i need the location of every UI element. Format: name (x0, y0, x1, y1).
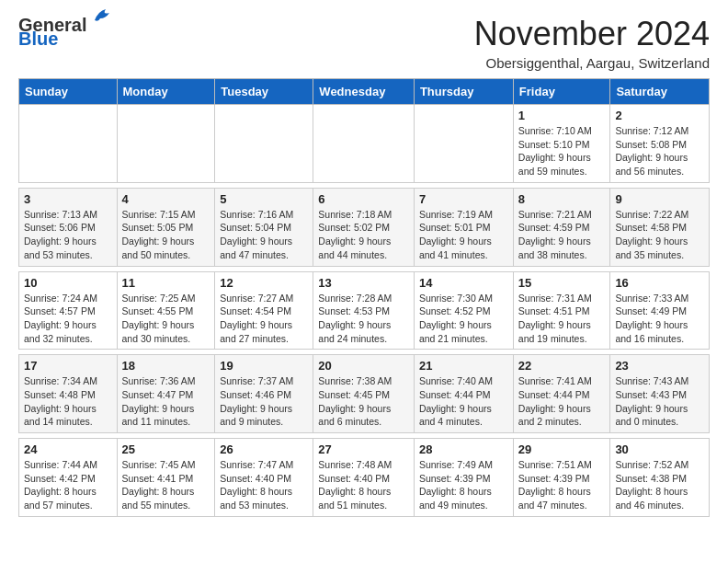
day-info: Sunrise: 7:27 AM Sunset: 4:54 PM Dayligh… (220, 292, 308, 346)
col-header-thursday: Thursday (414, 79, 513, 105)
calendar: SundayMondayTuesdayWednesdayThursdayFrid… (18, 78, 710, 517)
day-number: 18 (122, 359, 210, 373)
day-cell (414, 105, 513, 183)
day-info: Sunrise: 7:18 AM Sunset: 5:02 PM Dayligh… (318, 208, 409, 262)
week-row-1: 1Sunrise: 7:10 AM Sunset: 5:10 PM Daylig… (19, 105, 710, 183)
day-cell: 21Sunrise: 7:40 AM Sunset: 4:44 PM Dayli… (414, 355, 513, 433)
day-info: Sunrise: 7:36 AM Sunset: 4:47 PM Dayligh… (122, 374, 210, 429)
day-number: 14 (419, 276, 508, 290)
day-cell: 29Sunrise: 7:51 AM Sunset: 4:39 PM Dayli… (513, 439, 610, 517)
day-cell (117, 105, 215, 183)
day-number: 15 (518, 276, 606, 290)
day-cell: 23Sunrise: 7:43 AM Sunset: 4:43 PM Dayli… (610, 355, 710, 433)
day-info: Sunrise: 7:51 AM Sunset: 4:39 PM Dayligh… (518, 458, 606, 512)
day-info: Sunrise: 7:25 AM Sunset: 4:55 PM Dayligh… (122, 292, 210, 346)
title-block: November 2024 Obersiggenthal, Aargau, Sw… (474, 15, 710, 71)
day-number: 7 (419, 192, 508, 206)
day-cell: 12Sunrise: 7:27 AM Sunset: 4:54 PM Dayli… (215, 271, 313, 350)
day-number: 17 (24, 359, 112, 373)
day-cell: 6Sunrise: 7:18 AM Sunset: 5:02 PM Daylig… (313, 188, 415, 266)
day-cell: 1Sunrise: 7:10 AM Sunset: 5:10 PM Daylig… (513, 105, 610, 183)
day-info: Sunrise: 7:45 AM Sunset: 4:41 PM Dayligh… (122, 458, 210, 512)
day-cell: 16Sunrise: 7:33 AM Sunset: 4:49 PM Dayli… (610, 271, 710, 350)
day-cell: 8Sunrise: 7:21 AM Sunset: 4:59 PM Daylig… (513, 188, 610, 266)
day-info: Sunrise: 7:31 AM Sunset: 4:51 PM Dayligh… (518, 292, 606, 346)
day-cell: 25Sunrise: 7:45 AM Sunset: 4:41 PM Dayli… (117, 439, 215, 517)
col-header-tuesday: Tuesday (215, 79, 313, 105)
day-cell: 30Sunrise: 7:52 AM Sunset: 4:38 PM Dayli… (610, 439, 710, 517)
day-cell: 7Sunrise: 7:19 AM Sunset: 5:01 PM Daylig… (414, 188, 513, 266)
day-cell: 11Sunrise: 7:25 AM Sunset: 4:55 PM Dayli… (117, 271, 215, 350)
day-info: Sunrise: 7:44 AM Sunset: 4:42 PM Dayligh… (24, 458, 112, 512)
col-header-wednesday: Wednesday (313, 79, 415, 105)
day-info: Sunrise: 7:33 AM Sunset: 4:49 PM Dayligh… (615, 292, 704, 346)
day-cell: 20Sunrise: 7:38 AM Sunset: 4:45 PM Dayli… (313, 355, 415, 433)
day-number: 25 (122, 442, 210, 456)
day-cell: 17Sunrise: 7:34 AM Sunset: 4:48 PM Dayli… (19, 355, 118, 433)
day-info: Sunrise: 7:41 AM Sunset: 4:44 PM Dayligh… (518, 374, 606, 429)
week-row-2: 3Sunrise: 7:13 AM Sunset: 5:06 PM Daylig… (19, 188, 710, 266)
day-cell: 18Sunrise: 7:36 AM Sunset: 4:47 PM Dayli… (117, 355, 215, 433)
day-cell: 26Sunrise: 7:47 AM Sunset: 4:40 PM Dayli… (215, 439, 313, 517)
day-number: 30 (615, 442, 704, 456)
day-number: 22 (518, 359, 606, 373)
day-info: Sunrise: 7:16 AM Sunset: 5:04 PM Dayligh… (220, 208, 308, 262)
day-cell: 22Sunrise: 7:41 AM Sunset: 4:44 PM Dayli… (513, 355, 610, 433)
day-cell (19, 105, 118, 183)
day-cell: 28Sunrise: 7:49 AM Sunset: 4:39 PM Dayli… (414, 439, 513, 517)
day-cell: 13Sunrise: 7:28 AM Sunset: 4:53 PM Dayli… (313, 271, 415, 350)
day-number: 10 (24, 276, 112, 290)
day-number: 8 (518, 192, 606, 206)
day-info: Sunrise: 7:24 AM Sunset: 4:57 PM Dayligh… (24, 292, 112, 346)
day-number: 28 (419, 442, 508, 456)
logo-general-text: General (18, 15, 86, 35)
col-header-sunday: Sunday (19, 79, 118, 105)
day-info: Sunrise: 7:48 AM Sunset: 4:40 PM Dayligh… (318, 458, 409, 512)
day-info: Sunrise: 7:34 AM Sunset: 4:48 PM Dayligh… (24, 374, 112, 429)
month-title: November 2024 (474, 15, 710, 53)
day-number: 1 (518, 109, 606, 122)
day-number: 19 (220, 359, 308, 373)
day-info: Sunrise: 7:19 AM Sunset: 5:01 PM Dayligh… (419, 208, 508, 262)
day-info: Sunrise: 7:22 AM Sunset: 4:58 PM Dayligh… (615, 208, 704, 262)
day-number: 4 (122, 192, 210, 206)
day-number: 3 (24, 192, 112, 206)
day-number: 16 (615, 276, 704, 290)
day-cell: 5Sunrise: 7:16 AM Sunset: 5:04 PM Daylig… (215, 188, 313, 266)
day-cell: 15Sunrise: 7:31 AM Sunset: 4:51 PM Dayli… (513, 271, 610, 350)
day-number: 13 (318, 276, 409, 290)
day-info: Sunrise: 7:52 AM Sunset: 4:38 PM Dayligh… (615, 458, 704, 512)
header: General Blue November 2024 Obersiggentha… (18, 15, 710, 71)
day-cell: 19Sunrise: 7:37 AM Sunset: 4:46 PM Dayli… (215, 355, 313, 433)
day-number: 9 (615, 192, 704, 206)
day-info: Sunrise: 7:28 AM Sunset: 4:53 PM Dayligh… (318, 292, 409, 346)
day-info: Sunrise: 7:38 AM Sunset: 4:45 PM Dayligh… (318, 374, 409, 429)
day-info: Sunrise: 7:12 AM Sunset: 5:08 PM Dayligh… (615, 124, 704, 178)
day-info: Sunrise: 7:47 AM Sunset: 4:40 PM Dayligh… (220, 458, 308, 512)
day-info: Sunrise: 7:15 AM Sunset: 5:05 PM Dayligh… (122, 208, 210, 262)
day-number: 20 (318, 359, 409, 373)
day-number: 5 (220, 192, 308, 206)
col-header-saturday: Saturday (610, 79, 710, 105)
day-info: Sunrise: 7:43 AM Sunset: 4:43 PM Dayligh… (615, 374, 704, 429)
day-cell: 4Sunrise: 7:15 AM Sunset: 5:05 PM Daylig… (117, 188, 215, 266)
week-row-4: 17Sunrise: 7:34 AM Sunset: 4:48 PM Dayli… (19, 355, 710, 433)
logo-bird-icon (93, 7, 113, 24)
logo: General Blue (18, 15, 111, 50)
day-info: Sunrise: 7:13 AM Sunset: 5:06 PM Dayligh… (24, 208, 112, 262)
day-cell: 24Sunrise: 7:44 AM Sunset: 4:42 PM Dayli… (19, 439, 118, 517)
day-cell: 2Sunrise: 7:12 AM Sunset: 5:08 PM Daylig… (610, 105, 710, 183)
day-info: Sunrise: 7:21 AM Sunset: 4:59 PM Dayligh… (518, 208, 606, 262)
day-number: 29 (518, 442, 606, 456)
day-cell: 10Sunrise: 7:24 AM Sunset: 4:57 PM Dayli… (19, 271, 118, 350)
day-info: Sunrise: 7:37 AM Sunset: 4:46 PM Dayligh… (220, 374, 308, 429)
day-number: 6 (318, 192, 409, 206)
day-cell: 9Sunrise: 7:22 AM Sunset: 4:58 PM Daylig… (610, 188, 710, 266)
day-number: 21 (419, 359, 508, 373)
day-number: 27 (318, 442, 409, 456)
col-header-friday: Friday (513, 79, 610, 105)
day-cell (215, 105, 313, 183)
day-number: 2 (615, 109, 704, 122)
location: Obersiggenthal, Aargau, Switzerland (474, 55, 710, 71)
day-cell: 3Sunrise: 7:13 AM Sunset: 5:06 PM Daylig… (19, 188, 118, 266)
